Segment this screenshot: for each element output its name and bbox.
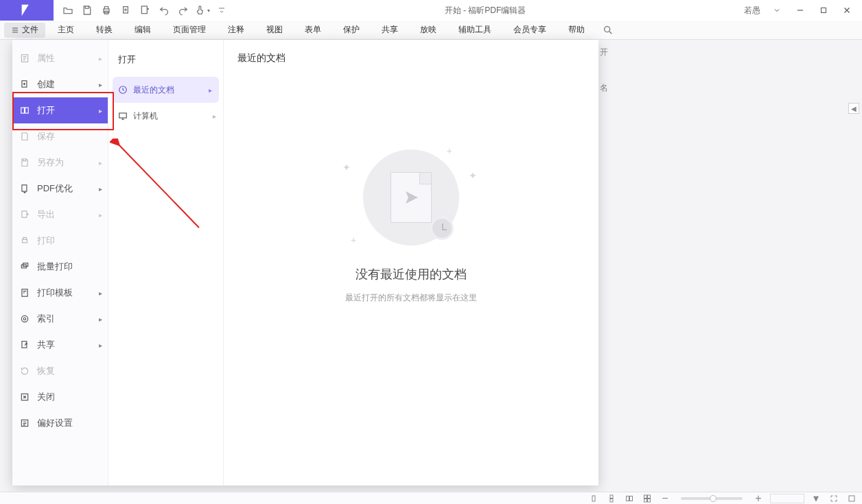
svg-point-17 — [23, 317, 26, 320]
page-add-icon[interactable] — [136, 1, 154, 19]
zoom-out-icon[interactable]: − — [659, 494, 671, 503]
tab-share[interactable]: 共享 — [372, 21, 408, 40]
saveas-icon — [19, 157, 30, 168]
window-controls: 若愚 — [740, 1, 862, 20]
view-continuous-icon[interactable] — [605, 494, 618, 503]
body-title: 最近的文档 — [237, 52, 585, 64]
menu-print-template[interactable]: 打印模板▸ — [12, 280, 108, 306]
window-title: 开始 - 福昕PDF编辑器 — [231, 5, 740, 16]
status-bar: − + ▾ — [0, 492, 862, 504]
save-icon[interactable] — [78, 1, 96, 19]
svg-rect-27 — [627, 496, 629, 501]
svg-rect-28 — [630, 496, 633, 501]
minimize-button[interactable] — [789, 1, 811, 20]
page-copy-icon[interactable] — [117, 1, 135, 19]
svg-rect-26 — [610, 499, 613, 502]
zoom-in-icon[interactable]: + — [752, 494, 765, 503]
redo-icon[interactable] — [174, 1, 192, 19]
file-menu-sub: 打开 最近的文档 ▸ 计算机 ▸ — [108, 40, 224, 485]
tab-edit[interactable]: 编辑 — [125, 21, 161, 40]
menu-batch-print[interactable]: 批量打印 — [12, 254, 108, 280]
tab-vip[interactable]: 会员专享 — [504, 21, 556, 40]
empty-illustration: ✦ + ✦ + — [363, 149, 459, 245]
tab-comment[interactable]: 注释 — [218, 21, 254, 40]
view-single-icon[interactable] — [587, 494, 600, 503]
menu-export[interactable]: 导出▸ — [12, 202, 108, 228]
tab-form[interactable]: 表单 — [295, 21, 331, 40]
ghost-text: 开 — [600, 47, 608, 58]
svg-rect-33 — [849, 496, 854, 501]
qat-dropdown-icon[interactable] — [213, 1, 231, 19]
tab-tools[interactable]: 辅助工具 — [449, 21, 501, 40]
tab-home[interactable]: 主页 — [48, 21, 84, 40]
tab-pages[interactable]: 页面管理 — [163, 21, 216, 40]
clock-overlay-icon — [430, 217, 454, 240]
user-name[interactable]: 若愚 — [740, 5, 765, 16]
svg-rect-12 — [23, 239, 27, 243]
svg-rect-10 — [22, 185, 27, 191]
menu-create[interactable]: 创建▸ — [12, 71, 108, 97]
empty-state: ✦ + ✦ + 没有最近使用的文档 最近打开的所有文档都将显示在这里 — [224, 149, 598, 304]
svg-rect-4 — [822, 8, 826, 13]
svg-rect-11 — [22, 211, 27, 217]
svg-point-16 — [21, 315, 27, 322]
file-button[interactable]: 文件 — [4, 23, 45, 38]
view-facing-continuous-icon[interactable] — [641, 494, 653, 503]
tab-protect[interactable]: 保护 — [334, 21, 369, 40]
maximize-button[interactable] — [813, 1, 835, 20]
zoom-percent[interactable] — [770, 494, 804, 503]
sub-recent[interactable]: 最近的文档 ▸ — [113, 77, 219, 103]
close-menu-icon — [19, 392, 30, 403]
close-button[interactable] — [836, 1, 858, 20]
computer-icon — [118, 111, 128, 121]
fullscreen-icon[interactable] — [828, 494, 840, 503]
file-menu-list: 属性▸ 创建▸ 打开▸ 保存 另存为▸ PDF优化▸ 导出▸ 打印 批量打印 打… — [12, 40, 108, 485]
menu-optimize[interactable]: PDF优化▸ — [12, 176, 108, 202]
sub-computer[interactable]: 计算机 ▸ — [108, 103, 223, 129]
svg-rect-24 — [592, 496, 595, 501]
collapse-panel-icon[interactable]: ◀ — [848, 103, 859, 114]
empty-subtitle: 最近打开的所有文档都将显示在这里 — [224, 292, 598, 304]
user-dropdown-icon[interactable] — [766, 1, 788, 20]
tab-help[interactable]: 帮助 — [559, 21, 594, 40]
file-menu-body: 最近的文档 ✦ + ✦ + 没有最近使用的文档 最近打开的所有文档都将显示在这里 — [224, 40, 598, 485]
clock-icon — [118, 85, 128, 95]
quick-access-toolbar: ▾ — [54, 1, 231, 19]
menu-properties[interactable]: 属性▸ — [12, 45, 108, 71]
file-button-label: 文件 — [22, 24, 38, 36]
menu-recover[interactable]: 恢复 — [12, 358, 108, 384]
ghost-text: 名 — [600, 82, 608, 94]
fit-icon[interactable] — [846, 494, 858, 503]
properties-icon — [19, 53, 30, 64]
menu-preferences[interactable]: 偏好设置 — [12, 410, 108, 436]
menu-print[interactable]: 打印 — [12, 228, 108, 254]
save-menu-icon — [19, 131, 30, 142]
index-icon — [19, 313, 30, 324]
open-icon[interactable] — [59, 1, 77, 19]
undo-icon[interactable] — [155, 1, 173, 19]
svg-rect-22 — [119, 113, 127, 118]
menu-index[interactable]: 索引▸ — [12, 306, 108, 332]
menu-close[interactable]: 关闭 — [12, 384, 108, 410]
tab-convert[interactable]: 转换 — [86, 21, 122, 40]
tab-present[interactable]: 放映 — [410, 21, 446, 40]
file-menu: 属性▸ 创建▸ 打开▸ 保存 另存为▸ PDF优化▸ 导出▸ 打印 批量打印 打… — [12, 40, 598, 485]
print-icon[interactable] — [97, 1, 115, 19]
app-logo — [0, 0, 54, 21]
menu-share[interactable]: 共享▸ — [12, 332, 108, 358]
search-icon[interactable] — [601, 23, 615, 37]
view-facing-icon[interactable] — [623, 494, 636, 503]
zoom-slider[interactable] — [681, 497, 743, 500]
menu-open[interactable]: 打开▸ — [12, 97, 108, 123]
menu-saveas[interactable]: 另存为▸ — [12, 149, 108, 176]
svg-rect-32 — [648, 499, 651, 502]
tab-view[interactable]: 视图 — [257, 21, 292, 40]
menu-save[interactable]: 保存 — [12, 123, 108, 149]
touch-icon[interactable]: ▾ — [194, 1, 211, 19]
title-bar: ▾ 开始 - 福昕PDF编辑器 若愚 — [0, 0, 862, 21]
zoom-dropdown-icon[interactable]: ▾ — [810, 494, 822, 503]
svg-rect-3 — [141, 6, 147, 14]
recover-icon — [19, 365, 30, 376]
print-template-icon — [19, 287, 30, 298]
svg-rect-30 — [648, 495, 651, 499]
